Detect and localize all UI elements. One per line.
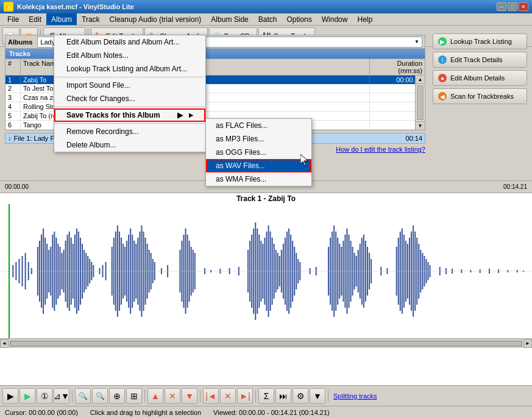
viewed-status: Viewed: 00:00.00 - 00:14.21 (00:14.21) (213, 409, 330, 416)
save-as-flac[interactable]: as FLAC Files... (206, 119, 311, 132)
menu-album[interactable]: Album (46, 13, 77, 25)
tracks-section-label: Tracks (9, 50, 30, 57)
track-num-5: 5 (5, 112, 21, 120)
menu-file[interactable]: File (2, 13, 24, 25)
zoom-full-button[interactable]: ⊕ (109, 388, 125, 404)
filter-button[interactable]: ⊿▼ (54, 388, 69, 404)
menu-help[interactable]: Help (352, 13, 377, 25)
next-track-button[interactable]: ▼ (182, 388, 197, 404)
title-bar-left: ♪ Kolekcja kaset.mcf - VinylStudio Lite (4, 2, 134, 12)
menu-edit-album-notes[interactable]: Edit Album Notes... (54, 49, 205, 62)
menu-edit-album-details-art[interactable]: Edit Album Details and Album Art... (54, 35, 205, 49)
menu-bar: File Edit Album Track Cleanup Audio (tri… (0, 13, 532, 26)
menu-sep-2 (54, 107, 205, 107)
prev-track-button[interactable]: ▲ (147, 388, 163, 404)
amplify-button[interactable]: Σ (258, 388, 274, 404)
scan-trackbreaks-button[interactable]: ◀ Scan for Trackbreaks (433, 88, 527, 104)
menu-cleanup[interactable]: Cleanup Audio (trial version) (105, 13, 207, 25)
minimize-button[interactable]: ─ (497, 2, 506, 11)
zoom-sel-button[interactable]: ⊞ (126, 388, 142, 404)
bt-sep-4 (255, 390, 256, 402)
bt-sep-5 (328, 390, 328, 402)
more-button[interactable]: ▼ (310, 388, 325, 404)
save-as-wma[interactable]: as WMA Files... (206, 172, 311, 186)
menu-options[interactable]: Options (282, 13, 316, 25)
status-bar: Cursor: 00:00.00 (00:00) Click and drag … (0, 406, 532, 418)
track-num-6: 6 (5, 121, 21, 129)
maximize-button[interactable]: □ (508, 2, 517, 11)
edit-album-details-button[interactable]: ● Edit Album Details (433, 70, 527, 86)
add-trackbreak-button[interactable]: |◄ (203, 388, 219, 404)
save-as-ogg[interactable]: as OGG Files... (206, 146, 311, 159)
save-as-wav[interactable]: as WAV Files... (206, 159, 311, 172)
loop-play-button[interactable]: ▶ (20, 388, 35, 404)
settings-button[interactable]: ⚙ (293, 388, 308, 404)
bt-sep-2 (144, 390, 145, 402)
track-col-num-header: # (5, 59, 21, 75)
lookup-track-icon: ▶ (438, 37, 447, 46)
bottom-toolbar: ▶ ▶ ① ⊿▼ 🔍 🔍 ⊕ ⊞ ▲ ✕ ▼ |◄ ✕ ►| Σ ⏭ ⚙ ▼ S… (0, 385, 532, 406)
hscroll-thumb[interactable] (10, 341, 522, 346)
menu-remove-recordings[interactable]: Remove Recordings... (54, 125, 205, 138)
time-ruler-right: 00:14.21 (503, 183, 527, 190)
remove-trackbreak-button[interactable]: ✕ (220, 388, 236, 404)
edit-track-details-button[interactable]: i Edit Track Details (433, 52, 527, 68)
hint-status: Click and drag to highlight a selection (90, 409, 201, 416)
time-ruler-left: 00:00.00 (5, 183, 29, 190)
lookup-track-listing-button[interactable]: ▶ Lookup Track Listing (433, 34, 527, 49)
menu-track[interactable]: Track (77, 13, 105, 25)
save-as-mp3[interactable]: as MP3 Files... (206, 132, 311, 146)
track-num-4: 4 (5, 102, 21, 111)
scan-trackbreaks-label: Scan for Trackbreaks (450, 93, 514, 100)
track-num-1: 1 (5, 76, 21, 84)
app-title: Kolekcja kaset.mcf - VinylStudio Lite (17, 3, 134, 10)
submenu-arrow-icon: ▶ (177, 111, 183, 119)
track-list-scrollbar[interactable]: ▲ ▼ (415, 76, 425, 130)
file-duration: 00:14 (405, 135, 422, 142)
menu-save-tracks-album[interactable]: Save Tracks for this Album ▶ (54, 108, 205, 122)
edit-track-icon: i (438, 55, 447, 64)
menu-sep-1 (54, 77, 205, 77)
save-tracks-album-label: Save Tracks for this Album (66, 111, 160, 119)
cursor-status: Cursor: 00:00.00 (00:00) (5, 409, 78, 416)
save-tracks-submenu: as FLAC Files... as MP3 Files... as OGG … (205, 118, 312, 186)
lookup-track-label: Lookup Track Listing (450, 38, 512, 45)
hscroll-track[interactable] (10, 341, 522, 347)
track-num-2: 2 (5, 84, 21, 93)
bt-sep-3 (200, 390, 200, 402)
play-100-button[interactable]: ① (37, 388, 52, 404)
menu-album-side[interactable]: Album Side (206, 13, 253, 25)
scroll-down-button[interactable]: ▼ (416, 121, 425, 130)
how-to-link[interactable]: How do I edit the track listing? (336, 146, 425, 153)
goto-trackbreak-button[interactable]: ►| (237, 388, 253, 404)
horizontal-scrollbar[interactable]: ◄ ► (0, 338, 532, 348)
play-button[interactable]: ▶ (2, 388, 18, 404)
hscroll-right-button[interactable]: ► (523, 339, 532, 348)
menu-edit[interactable]: Edit (24, 13, 46, 25)
delete-track-button[interactable]: ✕ (165, 388, 180, 404)
close-button[interactable]: ✕ (519, 2, 528, 11)
music-note-icon: ♪ (8, 135, 12, 142)
hscroll-left-button[interactable]: ◄ (0, 339, 9, 348)
menu-batch[interactable]: Batch (254, 13, 282, 25)
scroll-up-button[interactable]: ▲ (416, 76, 425, 84)
menu-import-sound[interactable]: Import Sound File... (54, 79, 205, 92)
menu-sep-3 (54, 123, 205, 124)
menu-delete-album[interactable]: Delete Album... (54, 138, 205, 152)
scrollbar-thumb[interactable] (417, 85, 424, 120)
track-num-3: 3 (5, 93, 21, 102)
album-dropdown-arrow: ▼ (414, 39, 419, 44)
skip-button[interactable]: ⏭ (275, 388, 291, 404)
title-bar-controls[interactable]: ─ □ ✕ (497, 2, 528, 11)
menu-check-changes[interactable]: Check for Changes... (54, 92, 205, 105)
title-bar: ♪ Kolekcja kaset.mcf - VinylStudio Lite … (0, 0, 532, 13)
playback-cursor (9, 204, 10, 338)
zoom-out-button[interactable]: 🔍 (92, 388, 108, 404)
splitting-tracks-link[interactable]: Splitting tracks (333, 392, 377, 400)
zoom-in-button[interactable]: 🔍 (75, 388, 91, 404)
right-panel: ▶ Lookup Track Listing i Edit Track Deta… (433, 34, 527, 104)
waveform[interactable] (0, 204, 532, 338)
menu-window[interactable]: Window (317, 13, 353, 25)
menu-lookup-track-album-art[interactable]: Lookup Track Listing and Album Art... (54, 62, 205, 76)
app-icon: ♪ (4, 2, 13, 12)
